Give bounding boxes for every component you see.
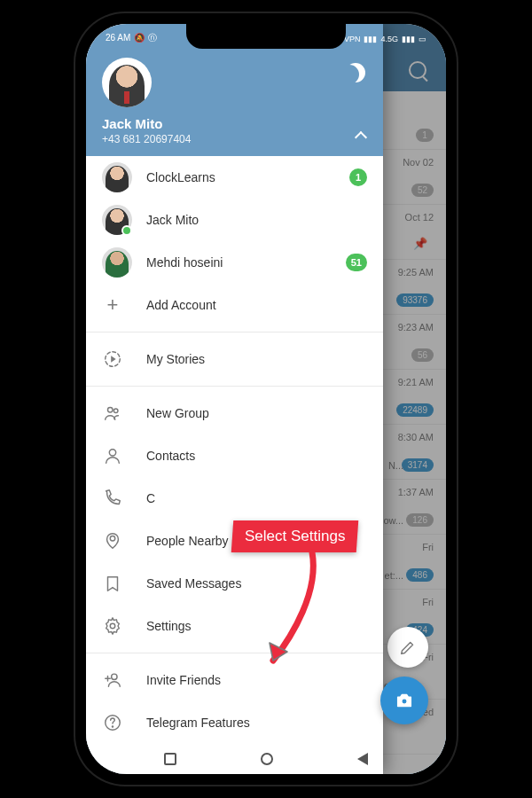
plus-icon: + [102,294,123,316]
divider [86,386,383,387]
menu-label: Add Account [146,298,216,312]
signal-icon: ▮▮▮ [402,35,415,43]
calls-item[interactable]: C [86,477,383,520]
my-stories-item[interactable]: My Stories [86,338,383,380]
avatar [102,247,132,278]
night-mode-icon[interactable] [346,63,365,82]
status-time: 26 AM [106,33,130,43]
menu-label: Settings [146,619,192,633]
home-button[interactable] [261,753,273,765]
android-navbar [86,744,446,774]
recents-button[interactable] [164,753,176,765]
stories-icon [102,348,123,370]
account-name: Mehdi hoseini [146,255,223,270]
account-name: ClockLearns [146,170,215,184]
notch [186,24,346,49]
chevron-up-icon[interactable] [355,129,367,142]
annotation-arrow-icon [257,547,337,671]
person-icon [102,445,123,466]
saved-messages-item[interactable]: Saved Messages [86,562,383,605]
group-icon [102,403,123,424]
menu-label: New Group [146,406,209,420]
svg-point-7 [112,674,117,679]
divider [86,653,383,653]
active-account-indicator-icon [121,225,132,236]
menu-label: Telegram Features [146,716,250,730]
svg-point-9 [112,726,113,727]
menu-label: Invite Friends [146,673,221,687]
profile-avatar[interactable] [102,58,152,107]
account-item-clocklearns[interactable]: ClockLearns 1 [86,156,383,199]
settings-item[interactable]: Settings [86,605,383,647]
bookmark-icon [102,573,123,594]
svg-point-3 [113,409,118,413]
invite-icon [102,669,123,691]
camera-fab[interactable] [380,677,428,724]
svg-point-2 [108,408,113,413]
menu-label: People Nearby [146,534,229,548]
screen: 26 AM🔕ⓝ VPN▮▮▮4.5G▮▮▮▭ 1Nov 0252Oct 12📌9… [86,24,446,774]
svg-marker-1 [111,356,116,362]
drawer-scroll[interactable]: ClockLearns 1 Jack Mito Mehdi hoseini 51… [86,156,383,774]
telegram-features-item[interactable]: Telegram Features [86,701,383,744]
phone-frame: 26 AM🔕ⓝ VPN▮▮▮4.5G▮▮▮▭ 1Nov 0252Oct 12📌9… [75,13,457,785]
menu-label: C [146,491,155,505]
add-account-item[interactable]: + Add Account [86,284,383,326]
account-item-mehdi[interactable]: Mehdi hoseini 51 [86,241,383,284]
profile-phone: +43 681 20697404 [102,133,367,145]
svg-point-10 [402,699,407,704]
net-indicator: 4.5G [380,35,398,43]
signal-icon: ▮▮▮ [364,35,377,43]
tutorial-annotation: Select Settings [232,520,357,552]
back-button[interactable] [357,753,368,765]
invite-friends-item[interactable]: Invite Friends [86,659,383,701]
menu-label: Contacts [146,449,195,463]
vpn-indicator: VPN [344,35,361,43]
notif-off-icon: 🔕 [134,33,145,43]
help-icon [102,712,123,733]
menu-label: My Stories [146,352,205,366]
new-group-item[interactable]: New Group [86,392,383,434]
account-name: Jack Mito [146,213,199,227]
menu-label: Saved Messages [146,576,241,591]
svg-point-6 [110,623,115,629]
contacts-item[interactable]: Contacts [86,434,383,477]
nearby-icon [102,530,123,552]
phone-icon [102,488,123,509]
unread-badge: 51 [346,254,367,271]
unread-badge: 1 [349,168,367,186]
svg-point-4 [109,450,115,456]
nfc-icon: ⓝ [148,33,157,43]
gear-icon [102,615,123,637]
edit-fab[interactable] [387,627,428,668]
battery-icon: ▭ [419,35,426,43]
profile-name: Jack Mito [102,116,367,131]
svg-point-5 [110,536,115,542]
navigation-drawer: Jack Mito +43 681 20697404 ClockLearns 1… [86,24,383,774]
avatar [102,162,132,192]
account-item-jack-mito[interactable]: Jack Mito [86,199,383,241]
divider [86,332,383,332]
